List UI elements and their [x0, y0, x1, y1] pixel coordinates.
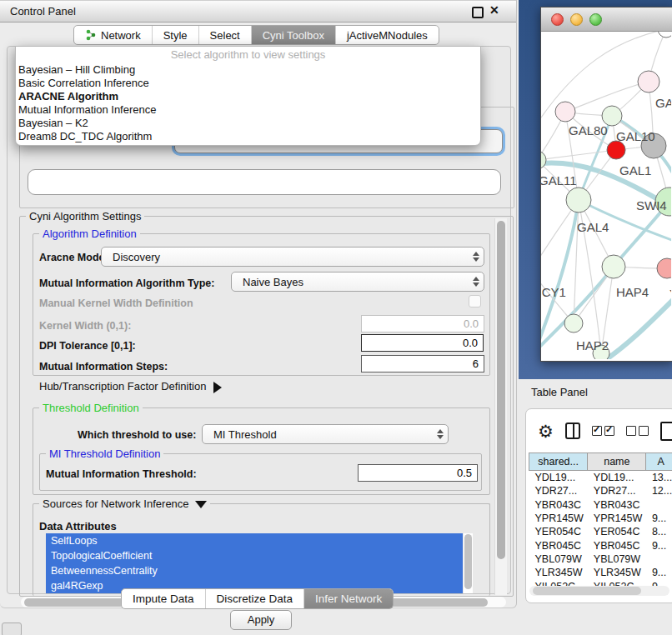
screen: Control Panel ✕ NetworkStyleSelectCyni T… — [0, 0, 672, 635]
close-icon[interactable]: ✕ — [489, 3, 499, 17]
table-row[interactable]: YBR043CYBR043C — [529, 498, 672, 512]
control-panel-window: Control Panel ✕ NetworkStyleSelectCyni T… — [0, 0, 517, 608]
node-label: GCY1 — [541, 285, 566, 299]
hub-definition-label: Hub/Transcription Factor Definition — [39, 380, 206, 392]
table-cell: 12... — [646, 484, 672, 498]
attribute-item[interactable]: SelfLoops — [46, 533, 463, 548]
popup-placeholder: Select algorithm to view settings — [16, 47, 480, 63]
control-panel-titlebar: Control Panel ✕ — [0, 0, 516, 22]
tab-cyni-toolbox[interactable]: Cyni Toolbox — [251, 26, 335, 44]
network-node[interactable] — [555, 102, 575, 122]
sources-title[interactable]: Sources for Network Inference — [39, 498, 210, 510]
column-header[interactable]: name — [588, 453, 646, 471]
table-cell: YBR045C — [588, 538, 646, 552]
collapsed-panel-button[interactable] — [2, 622, 22, 635]
tab-discretize-data[interactable]: Discretize Data — [205, 589, 304, 608]
table-row[interactable]: YPR145WYPR145W9... — [529, 512, 672, 525]
dpi-tolerance-input[interactable] — [361, 334, 484, 352]
network-node[interactable] — [658, 32, 671, 38]
data-attributes-label: Data Attributes — [39, 520, 117, 532]
algorithm-option[interactable]: Bayesian – Hill Climbing — [16, 63, 480, 77]
tab-select[interactable]: Select — [198, 26, 251, 44]
collapse-down-icon — [195, 501, 207, 508]
table-toolbar: ⚙ — [526, 409, 672, 452]
kernel-width-input[interactable] — [361, 315, 484, 332]
select-all-icon[interactable] — [592, 426, 614, 436]
table-row[interactable]: YBL079WYBL079W — [529, 552, 672, 566]
table-row[interactable]: YER054CYER054C8... — [529, 525, 672, 538]
manual-kernel-checkbox[interactable] — [469, 295, 481, 308]
tab-impute-data[interactable]: Impute Data — [122, 589, 205, 608]
table-cell: YDR27... — [529, 484, 588, 498]
algorithm-option[interactable]: Bayesian – K2 — [16, 117, 480, 130]
settings-vertical-scrollbar[interactable] — [494, 218, 507, 595]
table-cell: YBL079W — [588, 552, 646, 566]
mi-steps-input[interactable] — [361, 355, 484, 372]
which-threshold-value: MI Threshold — [203, 428, 433, 441]
tab-label: jActiveMNodules — [347, 29, 428, 42]
data-attributes-list[interactable]: SelfLoopsTopologicalCoefficientBetweenne… — [46, 533, 463, 593]
hub-definition-expander[interactable]: Hub/Transcription Factor Definition — [39, 380, 222, 393]
network-node[interactable] — [607, 141, 625, 159]
table-cell: 9... — [646, 566, 672, 579]
spinner-arrows-icon — [469, 252, 484, 262]
tab-jactivemnodules[interactable]: jActiveMNodules — [335, 26, 439, 44]
network-node[interactable] — [657, 258, 671, 278]
network-node[interactable] — [566, 188, 591, 212]
node-label: GAL80 — [569, 123, 608, 138]
columns-icon[interactable] — [565, 422, 580, 439]
export-icon[interactable] — [660, 422, 672, 441]
float-window-icon[interactable] — [472, 7, 484, 18]
network-edge — [541, 150, 616, 160]
table-cell: 9... — [646, 538, 672, 552]
network-node[interactable] — [541, 151, 546, 169]
network-node[interactable] — [602, 255, 625, 278]
table-cell: YBR045C — [529, 538, 588, 552]
table-cell: YER054C — [529, 525, 588, 538]
attribute-item[interactable]: TopologicalCoefficient — [46, 548, 463, 563]
zoom-traffic-light-icon[interactable] — [589, 13, 602, 26]
background-text-field[interactable] — [28, 169, 501, 195]
aracne-mode-value: Discovery — [102, 251, 469, 263]
tab-network[interactable]: Network — [74, 26, 152, 44]
mi-threshold-input[interactable] — [358, 464, 478, 482]
mi-type-label: Mutual Information Algorithm Type: — [39, 278, 214, 289]
table-cell: YDL19... — [529, 471, 588, 485]
algorithm-option[interactable]: Basic Correlation Inference — [16, 77, 480, 90]
attributes-scrollbar[interactable] — [464, 533, 473, 593]
column-header[interactable]: A — [646, 453, 672, 471]
algorithm-option[interactable]: Dream8 DC_TDC Algorithm — [16, 130, 480, 143]
column-header[interactable]: shared... — [529, 453, 588, 471]
tab-label: Select — [210, 29, 240, 42]
table-horizontal-scrollbar[interactable] — [529, 586, 669, 596]
table-cell: YBL079W — [529, 552, 588, 566]
table-row[interactable]: YDL19...YDL19...13... — [529, 471, 672, 485]
expand-right-icon — [213, 382, 222, 393]
table-panel-title: Table Panel — [531, 386, 588, 398]
deselect-all-icon[interactable] — [626, 426, 649, 436]
aracne-mode-label: Aracne Mode: — [39, 252, 108, 263]
table-cell: YLR345W — [529, 566, 588, 579]
tab-infer-network[interactable]: Infer Network — [303, 589, 393, 608]
table-row[interactable]: YDR27...YDR27...12... — [529, 484, 672, 498]
network-node[interactable] — [638, 71, 659, 92]
attribute-item[interactable]: BetweennessCentrality — [46, 563, 463, 578]
table-row[interactable]: YLR345WYLR345W9... — [529, 566, 672, 579]
mi-type-select[interactable]: Naive Bayes — [231, 272, 484, 292]
dpi-tolerance-label: DPI Tolerance [0,1]: — [39, 340, 136, 352]
network-icon — [85, 29, 97, 41]
table-row[interactable]: YBR045CYBR045C9... — [529, 538, 672, 552]
network-node[interactable] — [564, 314, 583, 332]
gear-icon[interactable]: ⚙ — [538, 422, 554, 440]
aracne-mode-select[interactable]: Discovery — [101, 247, 484, 267]
table-body: YDL19...YDL19...13...YDR27...YDR27...12.… — [529, 471, 672, 593]
which-threshold-select[interactable]: MI Threshold — [202, 424, 449, 444]
algorithm-option[interactable]: ARACNE Algorithm — [16, 90, 480, 103]
network-canvas[interactable]: GALGAL80GAL10GAL1GAL11SWI4GAL4GCY1HAP4YH… — [541, 32, 671, 359]
algorithm-option[interactable]: Mutual Information Inference — [16, 103, 480, 117]
close-traffic-light-icon[interactable] — [551, 13, 564, 26]
minimize-traffic-light-icon[interactable] — [570, 13, 583, 26]
table-cell: 8... — [646, 525, 672, 538]
tab-style[interactable]: Style — [152, 26, 198, 44]
apply-button[interactable]: Apply — [230, 610, 292, 630]
